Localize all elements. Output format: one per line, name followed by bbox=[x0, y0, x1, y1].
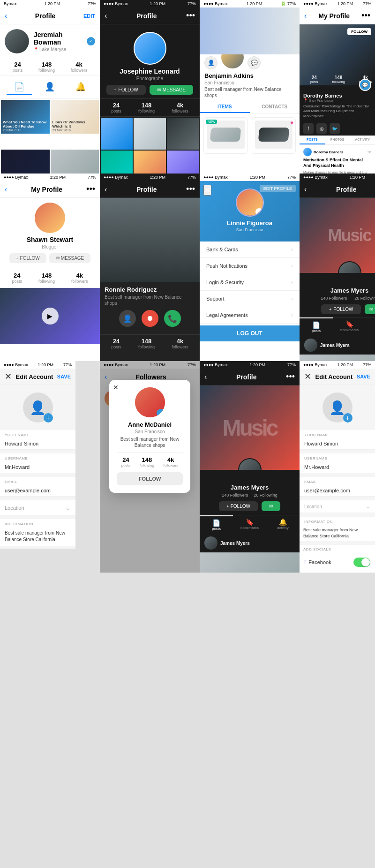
twitter-btn-4[interactable]: 🐦 bbox=[330, 123, 340, 134]
chat-fab-4[interactable]: 💬 bbox=[359, 79, 371, 91]
form-select-row-main[interactable]: Location ⌄ bbox=[300, 500, 375, 513]
follow-btn-2[interactable]: + FOLLOW bbox=[106, 85, 146, 95]
edit-btn-1[interactable]: EDIT bbox=[83, 13, 95, 19]
status-bar-11: ●●●● Bymax 1:20 PM 77% bbox=[200, 361, 300, 369]
time-7: 1:20 PM bbox=[250, 175, 266, 180]
post-item-3[interactable] bbox=[1, 150, 50, 174]
edit-avatar-section-9: 👤 + bbox=[0, 385, 75, 430]
message-btn-2[interactable]: ✉ MESSAGE bbox=[150, 85, 193, 95]
follow-btn-8[interactable]: + FOLLOW bbox=[321, 304, 360, 314]
avatar-1 bbox=[5, 29, 29, 53]
photo-4[interactable] bbox=[101, 151, 133, 174]
more-btn-2[interactable]: ••• bbox=[186, 11, 195, 21]
modal-follow-btn-10[interactable]: FOLLOW bbox=[117, 472, 183, 485]
tab-bookmarks-11[interactable]: 🔖bookmarks bbox=[233, 515, 266, 534]
menu-support-7[interactable]: Support › bbox=[200, 291, 300, 307]
menu-bank-7[interactable]: Bank & Cards › bbox=[200, 242, 300, 258]
heart-icon-1[interactable]: ♡ bbox=[240, 120, 246, 126]
edit-profile-btn-7[interactable]: EDIT PROFILE bbox=[260, 185, 296, 192]
facebook-toggle-main[interactable] bbox=[353, 558, 370, 567]
message-btn-8[interactable]: ✉ bbox=[365, 304, 375, 314]
play-btn-5[interactable]: ▶ bbox=[42, 308, 59, 325]
tab-photos-4[interactable]: PHOTOS bbox=[325, 136, 350, 144]
modal-stat-posts-10: 24 posts bbox=[121, 456, 130, 468]
photo-3[interactable] bbox=[167, 118, 199, 150]
nav-title-8: Profile bbox=[307, 186, 375, 193]
menu-login-7[interactable]: Login & Security › bbox=[200, 274, 300, 291]
profile-location-1: 📍 Lake Maryse bbox=[34, 47, 87, 52]
item-card-2[interactable]: ♥ bbox=[252, 117, 296, 154]
form-select-row-9: Location ⌄ bbox=[0, 500, 75, 515]
more-btn-5[interactable]: ••• bbox=[86, 184, 95, 194]
post-item-1[interactable]: What You Need To Know About Oil Fondue 2… bbox=[1, 100, 50, 149]
form-input-username-9[interactable] bbox=[0, 461, 75, 473]
big-post-5[interactable]: ▶ bbox=[0, 288, 100, 344]
photo-1[interactable] bbox=[101, 118, 133, 150]
follow-btn-5[interactable]: + FOLLOW bbox=[9, 253, 46, 263]
photo-6[interactable] bbox=[167, 151, 199, 174]
follow-btn-11[interactable]: + FOLLOW bbox=[219, 501, 258, 511]
add-photo-btn-main[interactable]: + bbox=[343, 413, 352, 423]
video-btn-6[interactable]: ⏺ bbox=[142, 310, 158, 327]
photo-5[interactable] bbox=[134, 151, 165, 174]
follow-btn-4[interactable]: FOLLOW bbox=[347, 28, 371, 35]
tab-bell-icon-1[interactable]: 🔔 bbox=[68, 80, 93, 95]
form-label-email-9: EMAIL bbox=[0, 477, 75, 485]
tab-posts-8[interactable]: 📄 posts bbox=[300, 317, 333, 336]
post-item-4[interactable] bbox=[51, 150, 99, 174]
close-btn-7[interactable]: ✕ bbox=[203, 185, 211, 196]
tab-items-3[interactable]: ITEMS bbox=[200, 101, 250, 113]
james-info-8: James Myers 148 Followers 26 Following bbox=[300, 273, 375, 304]
person-btn-6[interactable]: 👤 bbox=[119, 310, 136, 327]
message-icon-5: ✉ bbox=[56, 256, 60, 261]
edit-close-main[interactable]: ✕ bbox=[304, 371, 311, 382]
tab-bookmarks-8[interactable]: 🔖 bookmarks bbox=[333, 317, 366, 336]
post-caption-1: What You Need To Know About Oil Fondue bbox=[3, 120, 48, 128]
chat-icon-3[interactable]: 💬 bbox=[248, 56, 261, 69]
edit-close-9[interactable]: ✕ bbox=[5, 371, 12, 382]
tab-contacts-3[interactable]: CONTACTS bbox=[250, 101, 300, 113]
dorothy-socials-4: f ◎ 🐦 bbox=[300, 121, 375, 136]
facebook-btn-4[interactable]: f bbox=[303, 123, 314, 134]
form-input-name-main[interactable] bbox=[300, 438, 375, 450]
logout-btn-7[interactable]: LOG OUT bbox=[200, 325, 300, 341]
edit-avatar-main: 👤 + bbox=[322, 392, 352, 423]
instagram-btn-4[interactable]: ◎ bbox=[316, 123, 327, 134]
tab-activity-11[interactable]: 🔔activity bbox=[266, 515, 300, 534]
more-btn-6[interactable]: ••• bbox=[186, 184, 195, 194]
tab-posts-icon-1[interactable]: 📄 bbox=[7, 80, 32, 95]
screen-followers: ●●●● Bymax 1:20 PM 77% ‹ Followers Victo… bbox=[100, 361, 200, 573]
modal-close-10[interactable]: ✕ bbox=[113, 384, 119, 391]
add-photo-btn-7[interactable]: + bbox=[255, 208, 263, 216]
james-followers-8: 148 Followers bbox=[321, 296, 347, 301]
more-btn-4[interactable]: ••• bbox=[361, 11, 370, 21]
person-icon-3[interactable]: 👤 bbox=[204, 56, 218, 69]
post-date-1: 23 Mar 2019 bbox=[3, 128, 48, 132]
tab-posts-11[interactable]: 📄posts bbox=[200, 515, 233, 534]
item-card-1[interactable]: NEW ♡ bbox=[203, 117, 248, 154]
menu-push-7[interactable]: Push Notifications › bbox=[200, 258, 300, 274]
edit-save-main[interactable]: SAVE bbox=[357, 374, 370, 379]
form-username-section-9: USERNAME bbox=[0, 453, 75, 473]
form-input-name-9[interactable] bbox=[0, 438, 75, 450]
heart-icon-2[interactable]: ♥ bbox=[290, 120, 293, 126]
message-btn-5[interactable]: ✉ MESSAGE bbox=[49, 253, 90, 263]
photo-2[interactable] bbox=[134, 118, 165, 150]
msg-btn-11[interactable]: ✉ bbox=[262, 501, 280, 511]
tab-activity-8[interactable]: 🔔 activity bbox=[366, 317, 375, 336]
form-input-email-9[interactable] bbox=[0, 485, 75, 497]
post-card-1: Dorothy Barners 9h Motivation S Effect O… bbox=[300, 145, 375, 174]
tab-people-icon-1[interactable]: 👤 bbox=[37, 80, 62, 95]
tab-activity-4[interactable]: ACTIVITY bbox=[350, 136, 375, 144]
post-item-2[interactable]: Linux Or Windows Which Is It 23 Mar 2016 bbox=[51, 100, 99, 149]
tab-posts-4[interactable]: POSTS bbox=[300, 136, 325, 144]
form-input-username-main[interactable] bbox=[300, 461, 375, 473]
menu-legal-7[interactable]: Legal Agreements › bbox=[200, 307, 300, 324]
carrier-8: ●●●● Bymax bbox=[303, 175, 328, 180]
edit-save-9[interactable]: SAVE bbox=[57, 374, 71, 379]
call-btn-6[interactable]: 📞 bbox=[164, 310, 181, 327]
form-input-email-main[interactable] bbox=[300, 485, 375, 497]
screen-james-bottom: ●●●● Bymax 1:20 PM 77% ‹ Profile ••• Mus… bbox=[200, 361, 300, 573]
add-photo-btn-9[interactable]: + bbox=[44, 413, 53, 423]
more-btn-11[interactable]: ••• bbox=[286, 372, 295, 382]
